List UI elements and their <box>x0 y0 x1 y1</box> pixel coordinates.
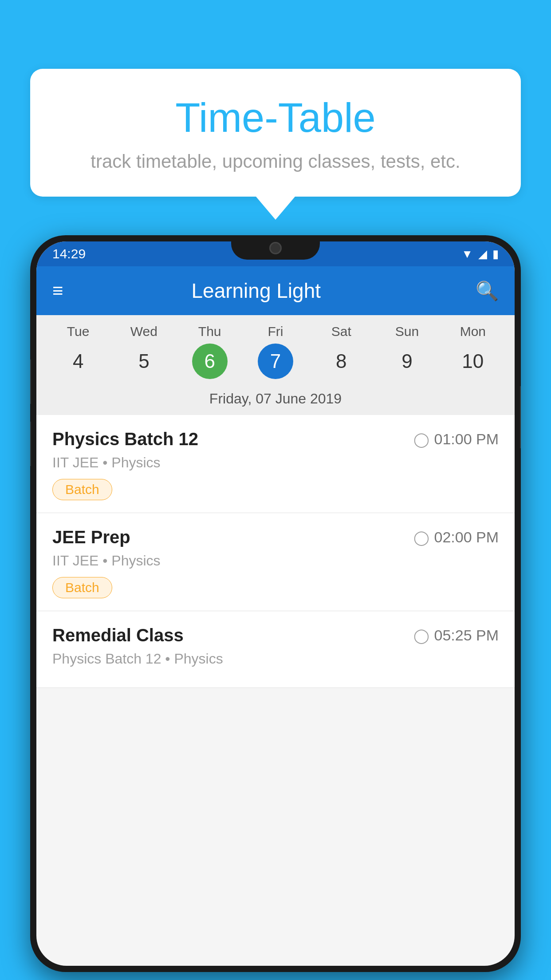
day-name-sun: Sun <box>395 324 419 339</box>
days-row: Tue 4 Wed 5 Thu 6 Fri 7 <box>36 324 515 384</box>
status-icons: ▼ ◢ ▮ <box>461 247 499 261</box>
day-thu[interactable]: Thu 6 <box>181 324 239 379</box>
class-name-1: Physics Batch 12 <box>52 429 198 449</box>
bubble-subtitle: track timetable, upcoming classes, tests… <box>66 151 485 172</box>
day-num-fri: 7 <box>258 344 293 379</box>
class-item-2-header: JEE Prep ◯ 02:00 PM <box>52 527 499 547</box>
class-list: Physics Batch 12 ◯ 01:00 PM IIT JEE • Ph… <box>36 415 515 688</box>
class-time-3: ◯ 05:25 PM <box>413 627 499 644</box>
day-num-sun: 9 <box>390 344 425 379</box>
phone-btn-power <box>520 386 521 448</box>
calendar-strip: Tue 4 Wed 5 Thu 6 Fri 7 <box>36 315 515 415</box>
day-num-tue: 4 <box>60 344 96 379</box>
day-num-sat: 8 <box>323 344 359 379</box>
bubble-arrow <box>256 197 295 220</box>
day-wed[interactable]: Wed 5 <box>115 324 173 379</box>
day-name-mon: Mon <box>460 324 486 339</box>
day-name-sat: Sat <box>331 324 351 339</box>
selected-date-label: Friday, 07 June 2019 <box>36 384 515 415</box>
battery-icon: ▮ <box>492 247 499 261</box>
app-title: Learning Light <box>51 279 461 303</box>
class-item-3[interactable]: Remedial Class ◯ 05:25 PM Physics Batch … <box>36 611 515 688</box>
phone-screen: 14:29 ▼ ◢ ▮ ≡ Learning Light 🔍 Tue 4 <box>36 241 515 966</box>
class-details-3: Physics Batch 12 • Physics <box>52 651 499 667</box>
class-time-2: ◯ 02:00 PM <box>413 529 499 546</box>
speech-bubble-section: Time-Table track timetable, upcoming cla… <box>30 69 521 220</box>
class-name-2: JEE Prep <box>52 527 130 547</box>
day-fri[interactable]: Fri 7 <box>247 324 304 379</box>
phone-btn-vol-up <box>30 360 31 404</box>
day-sat[interactable]: Sat 8 <box>312 324 370 379</box>
phone-camera <box>269 242 282 254</box>
day-num-thu: 6 <box>192 344 228 379</box>
class-details-2: IIT JEE • Physics <box>52 553 499 569</box>
batch-badge-1: Batch <box>52 479 112 500</box>
phone-container: 14:29 ▼ ◢ ▮ ≡ Learning Light 🔍 Tue 4 <box>30 235 521 980</box>
day-mon[interactable]: Mon 10 <box>444 324 502 379</box>
day-name-tue: Tue <box>67 324 90 339</box>
class-name-3: Remedial Class <box>52 625 184 645</box>
class-item-3-header: Remedial Class ◯ 05:25 PM <box>52 625 499 645</box>
class-item-1[interactable]: Physics Batch 12 ◯ 01:00 PM IIT JEE • Ph… <box>36 415 515 513</box>
day-num-mon: 10 <box>455 344 491 379</box>
day-name-fri: Fri <box>268 324 283 339</box>
search-icon[interactable]: 🔍 <box>476 280 499 302</box>
speech-bubble: Time-Table track timetable, upcoming cla… <box>30 69 521 197</box>
batch-badge-2: Batch <box>52 577 112 598</box>
status-time: 14:29 <box>52 246 86 261</box>
clock-icon-1: ◯ <box>413 431 429 448</box>
app-bar: ≡ Learning Light 🔍 <box>36 266 515 315</box>
day-name-wed: Wed <box>130 324 157 339</box>
day-tue[interactable]: Tue 4 <box>49 324 107 379</box>
phone-notch <box>231 235 320 260</box>
day-name-thu: Thu <box>198 324 221 339</box>
phone-frame: 14:29 ▼ ◢ ▮ ≡ Learning Light 🔍 Tue 4 <box>30 235 521 972</box>
day-sun[interactable]: Sun 9 <box>378 324 436 379</box>
clock-icon-3: ◯ <box>413 627 429 644</box>
class-item-1-header: Physics Batch 12 ◯ 01:00 PM <box>52 429 499 449</box>
class-item-2[interactable]: JEE Prep ◯ 02:00 PM IIT JEE • Physics Ba… <box>36 513 515 611</box>
wifi-icon: ▼ <box>461 247 473 261</box>
bubble-title: Time-Table <box>66 95 485 140</box>
phone-btn-vol-down <box>30 422 31 466</box>
clock-icon-2: ◯ <box>413 529 429 546</box>
class-time-1: ◯ 01:00 PM <box>413 431 499 448</box>
class-details-1: IIT JEE • Physics <box>52 454 499 471</box>
day-num-wed: 5 <box>126 344 161 379</box>
signal-icon: ◢ <box>478 247 487 261</box>
